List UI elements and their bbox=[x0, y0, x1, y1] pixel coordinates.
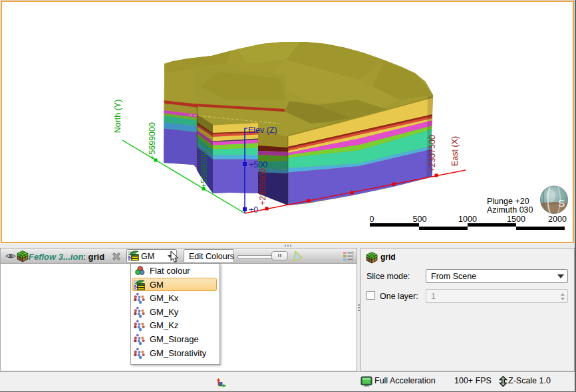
svg-text:+500: +500 bbox=[249, 160, 267, 169]
svg-text:500: 500 bbox=[413, 215, 427, 224]
svg-text:1000: 1000 bbox=[458, 215, 477, 224]
svg-text:2000: 2000 bbox=[548, 215, 567, 224]
svg-text:+5698000: +5698000 bbox=[200, 151, 209, 188]
svg-text:+5699000: +5699000 bbox=[148, 122, 157, 159]
svg-text:East (X): East (X) bbox=[450, 136, 460, 166]
svg-text:Azimuth 030: Azimuth 030 bbox=[487, 205, 533, 215]
svg-text:+0: +0 bbox=[249, 205, 258, 215]
svg-text:0: 0 bbox=[370, 215, 374, 224]
svg-text:+2305500: +2305500 bbox=[258, 168, 267, 205]
svg-text:North (Y): North (Y) bbox=[113, 100, 122, 134]
svg-text:Plunge +20: Plunge +20 bbox=[487, 197, 529, 206]
svg-text:S: S bbox=[558, 197, 565, 209]
svg-text:Elev (Z): Elev (Z) bbox=[248, 126, 277, 135]
svg-text:+2307500: +2307500 bbox=[428, 135, 437, 172]
svg-text:1500: 1500 bbox=[507, 215, 525, 224]
